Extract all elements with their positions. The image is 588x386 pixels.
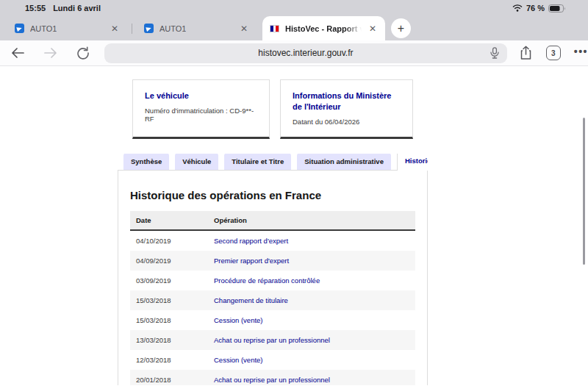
table-row: 13/03/2018 Achat ou reprise par un profe…	[130, 330, 415, 350]
histovec-page: Le véhicule Numéro d'immatriculation : C…	[0, 66, 588, 385]
table-row: 15/03/2018 Changement de titulaire	[130, 290, 415, 310]
battery-percent: 76 %	[526, 4, 545, 12]
browser-tab-auto1-1[interactable]: AUTO1 ✕	[7, 16, 127, 40]
browser-tab-auto1-2[interactable]: AUTO1 ✕	[137, 16, 257, 40]
tab-overview-button[interactable]: 3	[546, 46, 561, 60]
tab-vehicule[interactable]: Véhicule	[175, 154, 218, 171]
status-bar: 15:55 Lundi 6 avril 76 %	[0, 0, 588, 16]
column-header-date: Date	[130, 211, 208, 230]
browser-tab-title: HistoVec - Rapport vend	[285, 24, 362, 33]
operation-date: 13/03/2018	[130, 330, 208, 350]
column-header-operation: Opération	[208, 211, 415, 230]
browser-tab-title: AUTO1	[30, 24, 57, 33]
tab-historique[interactable]: Historique	[397, 154, 428, 171]
operations-table: Date Opération 04/10/2019 Second rapport…	[130, 211, 415, 385]
tab-situation-administrative[interactable]: Situation administrative	[297, 154, 391, 171]
browser-tab-title: AUTO1	[159, 24, 186, 33]
reload-icon[interactable]	[76, 46, 90, 60]
table-row: 12/03/2018 Cession (vente)	[130, 350, 415, 370]
share-icon[interactable]	[520, 46, 532, 60]
new-tab-button[interactable]: +	[391, 18, 411, 38]
operation-link[interactable]: Procédure de réparation contrôlée	[214, 276, 320, 285]
operation-link[interactable]: Cession (vente)	[214, 356, 263, 364]
page-scrollbar[interactable]	[583, 118, 585, 265]
browser-nav-bar: histovec.interieur.gouv.fr 3 •••	[0, 40, 588, 66]
battery-icon	[548, 4, 566, 12]
operation-date: 04/09/2019	[130, 251, 208, 271]
table-row: 04/10/2019 Second rapport d'expert	[130, 230, 415, 251]
operation-link[interactable]: Premier rapport d'expert	[214, 257, 289, 265]
browser-tab-strip: AUTO1 ✕ AUTO1 ✕ HistoVec - Rapport vend …	[0, 16, 588, 40]
auto1-favicon	[15, 24, 24, 33]
operation-date: 04/10/2019	[130, 230, 208, 251]
table-row: 20/01/2018 Achat ou reprise par un profe…	[130, 370, 415, 385]
historique-panel: Historique des opérations en France Date…	[118, 170, 428, 385]
close-tab-icon[interactable]: ✕	[110, 24, 120, 34]
wifi-icon	[512, 4, 523, 12]
tab-separator	[132, 24, 132, 34]
report-date: Datant du 06/04/2026	[293, 118, 401, 126]
address-bar[interactable]: histovec.interieur.gouv.fr	[104, 43, 507, 63]
browser-tab-histovec-active[interactable]: HistoVec - Rapport vend ✕	[262, 16, 385, 40]
ipad-screen: 15:55 Lundi 6 avril 76 % AUTO1 ✕ AUTO1 ✕	[0, 0, 588, 386]
close-tab-icon[interactable]: ✕	[368, 24, 378, 34]
microphone-icon[interactable]	[490, 47, 499, 59]
operation-link[interactable]: Changement de titulaire	[214, 296, 288, 304]
status-date: Lundi 6 avril	[53, 4, 101, 12]
operation-date: 03/09/2019	[130, 271, 208, 290]
url-text: histovec.interieur.gouv.fr	[258, 48, 353, 58]
tab-synthese[interactable]: Synthèse	[123, 154, 169, 171]
vehicle-card: Le véhicule Numéro d'immatriculation : C…	[132, 79, 270, 139]
table-row: 03/09/2019 Procédure de réparation contr…	[130, 271, 415, 290]
tab-titulaire-et-titre[interactable]: Titulaire et Titre	[224, 154, 291, 171]
forward-icon[interactable]	[43, 47, 58, 59]
operations-table-body: 04/10/2019 Second rapport d'expert 04/09…	[130, 230, 415, 385]
operation-link[interactable]: Cession (vente)	[214, 316, 263, 324]
operation-link[interactable]: Achat ou reprise par un professionnel	[214, 376, 330, 384]
registration-number: Numéro d'immatriculation : CD-9**-RF	[145, 107, 257, 123]
operation-date: 15/03/2018	[130, 310, 208, 330]
operation-link[interactable]: Achat ou reprise par un professionnel	[214, 336, 330, 344]
table-row: 04/09/2019 Premier rapport d'expert	[130, 251, 415, 271]
operation-link[interactable]: Second rapport d'expert	[214, 237, 288, 245]
page-title: Historique des opérations en France	[130, 189, 415, 201]
clock: 15:55	[25, 4, 46, 12]
close-tab-icon[interactable]: ✕	[239, 24, 249, 34]
report-tab-bar: Synthèse Véhicule Titulaire et Titre Sit…	[118, 154, 428, 171]
back-icon[interactable]	[10, 47, 25, 59]
table-row: 15/03/2018 Cession (vente)	[130, 310, 415, 330]
vehicle-card-title: Le véhicule	[145, 90, 257, 101]
auto1-favicon	[144, 24, 154, 33]
operation-date: 12/03/2018	[130, 350, 208, 370]
ministry-card: Informations du Ministère de l'Intérieur…	[280, 79, 413, 139]
operation-date: 15/03/2018	[130, 290, 208, 310]
ministry-card-title: Informations du Ministère de l'Intérieur	[293, 90, 401, 112]
france-flag-favicon	[270, 25, 279, 32]
more-menu-icon[interactable]: •••	[574, 46, 588, 60]
operation-date: 20/01/2018	[130, 370, 208, 385]
